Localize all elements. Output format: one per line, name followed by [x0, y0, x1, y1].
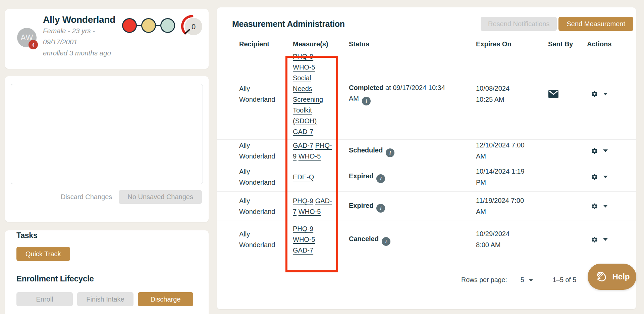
chevron-down-icon[interactable] [603, 149, 608, 152]
rows-per-page-label: Rows per page: [461, 276, 507, 284]
info-icon[interactable]: i [386, 148, 394, 157]
measurement-administration-panel: Measurement Administration Resend Notifi… [217, 7, 636, 309]
discharge-button[interactable]: Discharge [138, 292, 193, 306]
patient-summary-card: AW 4 Ally Wonderland Female - 23 yrs - 0… [5, 9, 209, 69]
column-header-actions: Actions [587, 40, 623, 48]
status-text: Scheduled [349, 146, 383, 154]
chevron-down-icon[interactable] [603, 205, 608, 208]
chevron-down-icon[interactable] [603, 238, 608, 241]
measure-link[interactable]: EDE-Q [293, 173, 314, 181]
info-icon[interactable]: i [376, 204, 385, 213]
measure-link[interactable]: WHO-5 [293, 234, 326, 245]
no-unsaved-changes-button[interactable]: No Unsaved Changes [119, 190, 202, 204]
expires-cell: 10/08/2024 10:25 AM [476, 83, 548, 105]
measure-link[interactable]: GAD-7 [293, 142, 313, 149]
measures-cell: EDE-Q [293, 172, 334, 182]
measure-link[interactable]: GAD-7 [293, 245, 326, 256]
measure-link[interactable]: GAD-7 [293, 126, 326, 137]
chevron-down-icon[interactable] [603, 93, 608, 95]
send-measurement-button[interactable]: Send Measurement [558, 17, 633, 31]
column-header-status: Status [349, 40, 476, 48]
measures-cell: GAD-7 PHQ-9 WHO-5 [293, 140, 334, 162]
status-text: Canceled [349, 235, 379, 242]
notes-actions: Discard Changes No Unsaved Changes [59, 190, 202, 204]
table-header-row: Recipient Measure(s) Status Expires On S… [217, 40, 636, 48]
gear-icon[interactable] [591, 90, 598, 97]
column-header-expires: Expires On [476, 40, 548, 48]
measure-link[interactable]: WHO-5 [293, 62, 326, 73]
enrollment-lifecycle-heading: Enrollment Lifecycle [16, 274, 94, 283]
actions-cell [587, 147, 623, 154]
info-icon[interactable]: i [362, 97, 371, 105]
recipient-name: Ally Wonderland [239, 140, 276, 162]
status-text: Expired [349, 202, 373, 209]
recipient-name: Ally Wonderland [239, 166, 276, 188]
table-row: Ally Wonderland PHQ-9 WHO-5 GAD-7 Cancel… [217, 221, 636, 258]
status-cell: Completed at 09/17/2024 10:34 AMi [349, 82, 453, 105]
patient-info: Ally Wonderland Female - 23 yrs - 09/17/… [43, 14, 127, 58]
measures-cell: PHQ-9 GAD-7 WHO-5 [293, 195, 334, 217]
help-button[interactable]: Help [588, 264, 636, 290]
red-status-dot[interactable] [122, 18, 137, 33]
gear-icon[interactable] [591, 236, 598, 243]
actions-cell [587, 236, 623, 243]
enroll-button[interactable]: Enroll [16, 292, 73, 306]
column-header-sentby: Sent By [548, 40, 587, 48]
help-label: Help [612, 272, 630, 281]
measure-link[interactable]: PHQ-9 [293, 197, 313, 205]
pagination-range: 1–5 of 5 [553, 276, 576, 284]
finish-intake-button[interactable]: Finish Intake [77, 292, 133, 306]
score-gauge: 0 [181, 14, 204, 38]
info-icon[interactable]: i [376, 174, 385, 183]
notes-input[interactable] [11, 84, 203, 184]
lifecycle-actions: Enroll Finish Intake Discharge [16, 292, 193, 306]
avatar: AW 4 [17, 28, 37, 47]
measure-link[interactable]: WHO-5 [299, 208, 321, 215]
measure-link[interactable]: PHQ-9 [293, 223, 326, 234]
status-text: Completed [349, 84, 383, 91]
table-row: Ally Wonderland GAD-7 PHQ-9 WHO-5 Schedu… [217, 140, 636, 162]
measure-link[interactable]: PHQ-9 [293, 51, 326, 62]
gear-icon[interactable] [591, 147, 598, 154]
table-row: Ally Wonderland PHQ-9 WHO-5 Social Needs… [217, 48, 636, 140]
quick-track-button[interactable]: Quick Track [16, 247, 70, 261]
table-body: Ally Wonderland PHQ-9 WHO-5 Social Needs… [217, 48, 636, 258]
gear-icon[interactable] [591, 173, 598, 180]
patient-demographics-line2: 09/17/2001 [43, 36, 127, 47]
expires-cell: 12/10/2024 7:00 AM [476, 140, 548, 162]
patient-enrolled-text: enrolled 3 months ago [43, 47, 127, 58]
discard-changes-button[interactable]: Discard Changes [59, 190, 113, 204]
patient-name: Ally Wonderland [43, 14, 127, 25]
info-icon[interactable]: i [382, 237, 390, 246]
patient-demographics-line1: Female - 23 yrs - [43, 25, 127, 36]
chevron-down-icon[interactable] [603, 176, 608, 178]
actions-cell [587, 203, 623, 210]
status-cell: Canceledi [349, 233, 453, 246]
sentby-cell [548, 90, 587, 98]
measure-link[interactable]: WHO-5 [299, 152, 321, 160]
measure-link[interactable]: Social Needs Screening Toolkit (SDOH) [293, 73, 326, 126]
table-row: Ally Wonderland EDE-Q Expiredi 10/14/202… [217, 162, 636, 192]
resend-notifications-button[interactable]: Resend Notifications [481, 17, 557, 31]
notes-card: Discard Changes No Unsaved Changes [5, 76, 209, 222]
recipient-name: Ally Wonderland [239, 229, 276, 250]
table-row: Ally Wonderland PHQ-9 GAD-7 WHO-5 Expire… [217, 192, 636, 221]
rows-per-page-select[interactable]: 5 [521, 276, 533, 284]
actions-cell [587, 90, 623, 97]
gauge-value: 0 [192, 23, 196, 31]
expires-cell: 11/19/2024 7:00 AM [476, 195, 548, 217]
tasks-card: Tasks Quick Track Enrollment Lifecycle E… [5, 230, 209, 314]
chevron-down-icon [529, 279, 533, 281]
pagination: Rows per page: 5 1–5 of 5 [217, 276, 636, 284]
column-header-measures: Measure(s) [293, 40, 349, 48]
status-text: Expired [349, 172, 373, 180]
notification-badge: 4 [29, 40, 38, 49]
gear-icon[interactable] [591, 203, 598, 210]
envelope-icon [548, 90, 559, 98]
teal-status-dot[interactable] [160, 18, 175, 33]
column-header-recipient: Recipient [239, 40, 293, 48]
yellow-status-dot[interactable] [141, 18, 156, 33]
status-cell: Scheduledi [349, 145, 453, 157]
actions-cell [587, 173, 623, 180]
recipient-name: Ally Wonderland [239, 195, 276, 217]
